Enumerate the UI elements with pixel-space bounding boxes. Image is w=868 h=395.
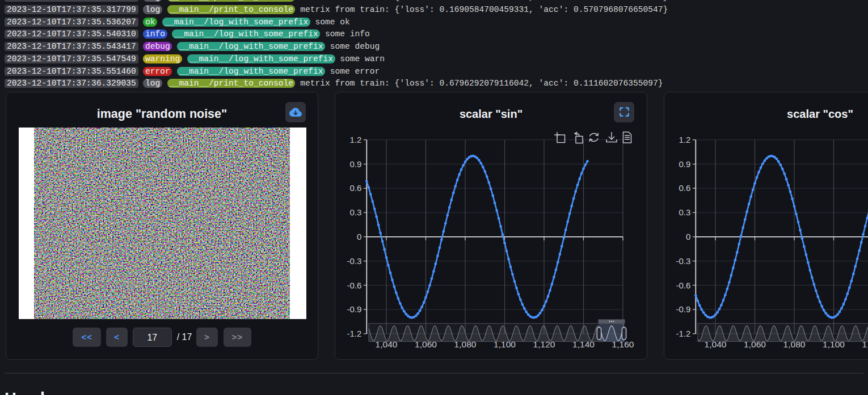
svg-text:-0.9: -0.9 [676, 304, 690, 314]
svg-text:1.2: 1.2 [679, 134, 690, 144]
svg-text:-0.3: -0.3 [676, 256, 690, 265]
svg-text:-1.2: -1.2 [676, 329, 690, 338]
svg-text:0.3: 0.3 [679, 207, 690, 217]
svg-text:-0.3: -0.3 [347, 256, 361, 265]
svg-text:0.9: 0.9 [349, 159, 361, 168]
svg-text:-1.2: -1.2 [347, 329, 361, 338]
svg-text:-0.9: -0.9 [347, 304, 361, 314]
svg-text:1.2: 1.2 [349, 134, 361, 144]
svg-text:0.9: 0.9 [679, 159, 690, 168]
svg-text:0: 0 [357, 232, 361, 241]
svg-text:-0.6: -0.6 [347, 280, 361, 290]
svg-text:-0.6: -0.6 [676, 280, 690, 290]
svg-text:0.3: 0.3 [349, 207, 361, 217]
svg-text:0.6: 0.6 [679, 183, 690, 193]
svg-text:0: 0 [686, 232, 690, 241]
svg-text:0.6: 0.6 [349, 183, 361, 193]
